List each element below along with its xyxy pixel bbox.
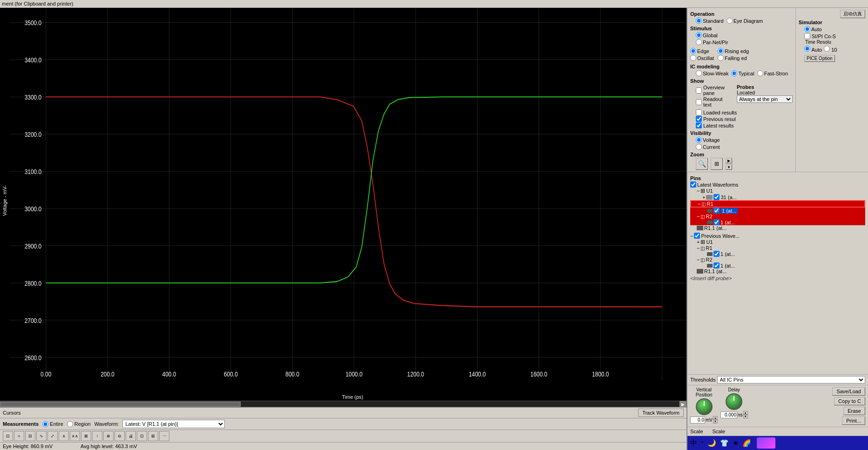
zoom-right-btn[interactable]: ▶ [726,158,732,163]
svg-text:1200.0: 1200.0 [407,370,424,378]
standard-radio-label[interactable]: Standard [696,18,724,24]
pin31-check[interactable] [713,194,720,200]
emoji-bar: 中 ° 🌙 👕 ★ 🌈 [687,436,868,450]
thresholds-select[interactable]: All IC Pins [717,376,865,383]
measure-icon-7[interactable]: ∧∧ [70,431,80,441]
previous-results-check[interactable]: Previous resul [696,116,736,122]
located-dropdown[interactable]: Always at the pin [737,95,793,103]
h-delay-down[interactable]: ▼ [743,415,748,418]
latest-results-check[interactable]: Latest results [696,122,733,128]
track-waveform-button[interactable]: Track Waveform [638,409,684,417]
measure-icon-13[interactable]: ⊡ [137,431,147,441]
eye-diagram-radio-label[interactable]: Eye Diagram [727,18,763,24]
zoom-magnify-btn[interactable]: 🔍 [696,158,708,170]
auto2-radio[interactable]: Auto [804,46,822,53]
horizontal-delay-unit: ns [738,412,743,417]
plus-expand[interactable]: + [702,195,705,200]
measure-icon-14[interactable]: ⊞ [148,431,158,441]
measure-icon-15[interactable]: ⋯ [159,431,169,441]
scale2-label: Scale [713,429,726,434]
falling-radio[interactable]: Falling ed [718,55,747,61]
horizontal-delay-knob[interactable] [726,393,742,410]
measure-icon-6[interactable]: ∧ [59,431,69,441]
rising-radio[interactable]: Rising edg [718,48,749,54]
prev-r2-expand[interactable]: − [697,257,700,262]
zoom-down-btn[interactable]: ▼ [726,164,732,170]
r1-pin-check[interactable] [713,208,720,214]
svg-text:400.0: 400.0 [162,370,176,378]
svg-text:3100.0: 3100.0 [25,168,41,175]
save-load-button[interactable]: Save/Load [832,387,865,396]
scrollbar-horizontal[interactable]: ▶ [0,401,686,407]
previous-wave-row: − Previous Wave... [690,233,865,239]
measure-icon-3[interactable]: ⊟ [25,431,35,441]
slow-weak-radio[interactable]: Slow-Weak [696,70,728,76]
readout-check[interactable]: Readout text [696,96,732,107]
current-radio[interactable]: Current [696,144,720,150]
top-right-row: Operation Standard Eye Diagram Stimulus … [687,8,868,172]
vertical-position-input[interactable] [690,416,705,423]
measure-icon-1[interactable]: ⊡ [3,431,13,441]
measure-icon-10[interactable]: ⊕ [103,431,114,441]
prev-r1-pin-check[interactable] [713,251,720,257]
r1-expand[interactable]: − [698,201,700,207]
zoom-fit-btn[interactable]: ⊞ [711,158,723,170]
chart-inner: 3500.0 3400.0 3300.0 3200.0 3100.0 3000.… [9,8,686,393]
edge-radio[interactable]: Edge [690,48,709,54]
horizontal-delay-input[interactable] [720,411,737,418]
measure-icon-2[interactable]: ≈ [14,431,24,441]
latest-waveforms-check[interactable] [690,181,696,188]
prev-expand[interactable]: − [690,233,693,239]
r2-pin-check[interactable] [713,219,720,225]
waveform-select[interactable]: Latest: V [R1.1 (at pin)] [122,420,225,428]
loaded-results-check[interactable]: Loaded results [696,109,737,115]
measure-icon-11[interactable]: ⊖ [114,431,125,441]
prev-u1-icon: ⊞ [700,239,705,245]
vertical-position-knob[interactable] [696,398,713,415]
measure-icon-8[interactable]: ⊠ [81,431,91,441]
prev-wave-check[interactable] [694,233,700,239]
svg-text:800.0: 800.0 [285,370,299,378]
overview-check[interactable]: Overview pane [696,85,732,96]
measure-icon-9[interactable]: ↑ [92,431,102,441]
entire-radio[interactable]: Entire [42,421,63,427]
ten-radio[interactable]: 10 [824,46,837,53]
region-radio[interactable]: Region [67,421,91,427]
eye-height-status: Eye Height: 860.9 mV [3,443,53,449]
located-label: Located [737,90,793,95]
prev-u1-expand[interactable]: + [697,239,700,245]
vert-pos-down[interactable]: ▼ [713,420,718,423]
voltage-radio[interactable]: Voltage [696,137,720,143]
pice-option-btn[interactable]: PICE Option [804,55,835,62]
top-bar: ment (for Clipboard and printer) [0,0,868,8]
prev-r2-pin-check[interactable] [713,262,720,269]
erase-button[interactable]: Erase [843,407,865,415]
u1-expand[interactable]: − [697,188,700,194]
print-button[interactable]: Print... [842,416,865,425]
stimulus-label: Stimulus [690,26,793,31]
prev-r11-swatch [697,269,703,274]
vert-pos-up[interactable]: ▲ [713,416,718,420]
h-delay-up[interactable]: ▲ [743,411,748,415]
avg-high-status: Avg high level: 463.3 mV [81,443,137,449]
global-radio[interactable]: Global [696,32,718,38]
parnet-radio[interactable]: Par-Net/Pir [696,39,728,45]
measurements-label: Measurements [3,421,39,427]
r2-expand[interactable]: − [697,214,700,219]
fast-strong-radio[interactable]: Fast-Stron [757,70,788,76]
auto-sim-button[interactable]: 启动仿真 [840,10,865,18]
prev-r1-expand[interactable]: − [697,245,700,251]
horizontal-delay-input-row: ns ▲ ▼ [720,411,748,418]
copy-button[interactable]: Copy to C [834,397,865,405]
measure-icon-5[interactable]: ⤢ [47,431,58,441]
vertical-position-group: VerticalPosition mV ▲ ▼ [690,387,718,423]
operation-label: Operation [690,11,793,17]
measure-icon-12[interactable]: 🖨 [126,431,136,441]
measure-icon-4[interactable]: ∿ [36,431,47,441]
auto-radio[interactable]: Auto [804,26,822,32]
scrollbar-thumb[interactable] [0,402,241,407]
scroll-right-btn[interactable]: ▶ [680,401,686,408]
sipi-check[interactable]: SI/PI Co-S [804,33,836,39]
oscillat-radio[interactable]: Oscillat [690,55,714,61]
typical-radio[interactable]: Typical [731,70,754,76]
